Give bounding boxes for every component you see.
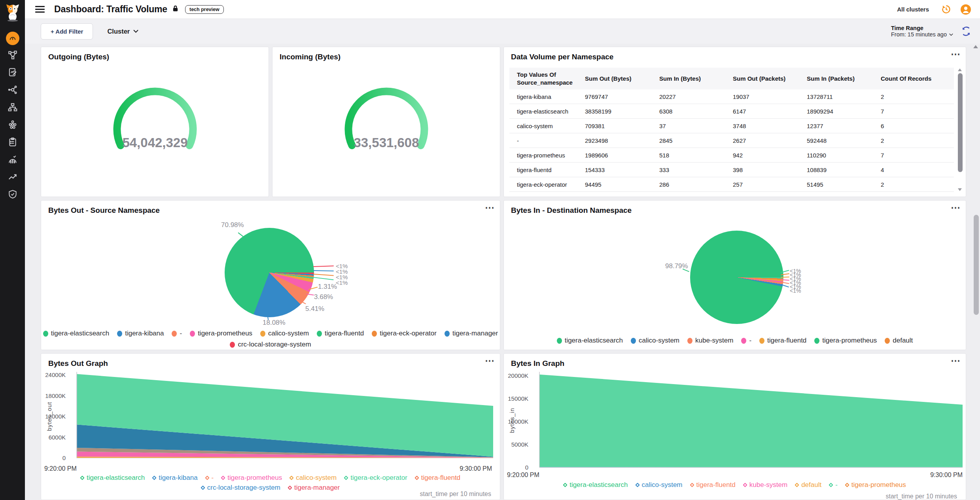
legend-item[interactable]: tigera-fluentd <box>759 337 806 345</box>
legend-item[interactable]: - <box>741 337 751 345</box>
table-row: tigera-eck-operator94495286257514952 <box>509 177 954 192</box>
legend-marker-icon <box>289 475 294 480</box>
legend-item[interactable]: tigera-eck-operator <box>344 474 407 482</box>
legend-item[interactable]: kube-system <box>687 337 733 345</box>
column-header[interactable]: Top Values Of Source_namespace <box>517 71 585 86</box>
legend-item[interactable]: calico-system <box>636 481 683 489</box>
legend-item[interactable]: - <box>206 474 214 482</box>
table-scroll-down-arrow[interactable] <box>958 188 962 191</box>
topology-icon <box>8 50 18 62</box>
column-header[interactable]: Sum In (Bytes) <box>659 75 733 83</box>
sidebar-item-threat-defense[interactable] <box>4 186 21 204</box>
legend-item[interactable]: tigera-elasticsearch <box>81 474 145 482</box>
legend-item[interactable]: tigera-elasticsearch <box>564 481 628 489</box>
bytes-out-pie-chart[interactable] <box>225 228 314 317</box>
sidebar-item-dashboards[interactable] <box>4 152 21 169</box>
legend-label: tigera-manager <box>452 330 498 337</box>
table-cell: tigera-prometheus <box>517 152 585 159</box>
legend-item[interactable]: calico-system <box>260 330 309 337</box>
legend-item[interactable]: kube-system <box>744 481 787 489</box>
sidebar-item-topology[interactable] <box>4 47 21 64</box>
legend-item[interactable]: - <box>829 481 838 489</box>
sidebar-item-timeline[interactable] <box>4 169 21 186</box>
x-axis-tick: 9:20:00 PM <box>44 465 77 472</box>
table-cell: 27007 <box>585 196 659 197</box>
table-cell: 6147 <box>733 108 807 115</box>
table-cell: 44 <box>659 196 733 197</box>
legend-marker-icon <box>117 331 122 337</box>
legend-item[interactable]: calico-system <box>290 474 337 482</box>
legend-item[interactable]: default <box>885 337 913 345</box>
table-cell: tigera-eck-operator <box>517 181 585 188</box>
legend-item[interactable]: tigera-prometheus <box>190 330 252 337</box>
panel-menu-icon[interactable]: ⋯ <box>485 355 495 366</box>
page-scroll-up-arrow[interactable] <box>973 45 978 48</box>
legend-item[interactable]: tigera-elasticsearch <box>43 330 109 337</box>
cluster-filter-dropdown[interactable]: Cluster <box>107 28 138 35</box>
legend-item[interactable]: tigera-fluentd <box>317 330 364 337</box>
legend-item[interactable]: crc-local-storage-system <box>201 484 280 492</box>
legend-marker-icon <box>43 331 48 337</box>
area-series <box>539 375 963 467</box>
legend-item[interactable]: tigera-fluentd <box>415 474 460 482</box>
legend-item[interactable]: tigera-fluentd <box>691 481 736 489</box>
panel-data-volume-table: Data Volume per Namespace ⋯ Top Values O… <box>503 47 966 197</box>
column-header[interactable]: Count Of Records <box>881 75 954 83</box>
node-graph-icon <box>8 85 18 97</box>
legend-item[interactable]: tigera-prometheus <box>221 474 282 482</box>
sidebar-item-clusters[interactable] <box>4 117 21 134</box>
legend-marker-icon <box>741 338 746 344</box>
refresh-icon[interactable] <box>961 26 971 36</box>
column-header[interactable]: Sum In (Packets) <box>807 75 881 83</box>
cat-logo[interactable] <box>4 4 21 23</box>
panel-menu-icon[interactable]: ⋯ <box>951 49 961 60</box>
sidebar-item-policies[interactable] <box>4 64 21 82</box>
legend-marker-icon <box>372 331 377 337</box>
table-cell: 110290 <box>807 152 881 159</box>
panel-menu-icon[interactable]: ⋯ <box>951 355 961 366</box>
table-cell: 518 <box>659 152 733 159</box>
legend-label: - <box>212 474 214 482</box>
panel-menu-icon[interactable]: ⋯ <box>951 202 961 213</box>
time-range-value[interactable]: From: 15 minutes ago <box>891 31 953 38</box>
sidebar-item-service-graph[interactable] <box>4 82 21 99</box>
column-header[interactable]: Sum Out (Bytes) <box>585 75 659 83</box>
bytes-in-pie-chart[interactable] <box>690 231 783 324</box>
bytes-out-area-chart[interactable] <box>50 370 494 464</box>
sidebar-item-compliance[interactable] <box>4 134 21 152</box>
legend-item[interactable]: tigera-eck-operator <box>372 330 437 337</box>
table-scroll-up-arrow[interactable] <box>958 68 962 71</box>
table-cell: 20227 <box>659 93 733 100</box>
legend-item[interactable]: tigera-kibana <box>117 330 164 337</box>
cluster-selector[interactable]: All clusters <box>897 6 929 13</box>
legend-item[interactable]: default <box>795 481 821 489</box>
legend-marker-icon <box>631 338 636 344</box>
bytes-in-area-chart[interactable] <box>513 370 963 470</box>
column-header[interactable]: Sum Out (Packets) <box>733 75 807 83</box>
legend-item[interactable]: tigera-kibana <box>153 474 197 482</box>
legend-label: tigera-elasticsearch <box>51 330 109 337</box>
legend-item[interactable]: tigera-prometheus <box>814 337 877 345</box>
table-header: Top Values Of Source_namespace Sum Out (… <box>509 68 954 89</box>
legend-item[interactable]: tigera-manager <box>288 484 340 492</box>
legend-item[interactable]: - <box>172 330 182 337</box>
legend-item[interactable]: tigera-manager <box>445 330 498 337</box>
legend-item[interactable]: tigera-prometheus <box>846 481 906 489</box>
legend-label: tigera-prometheus <box>822 337 877 345</box>
pie-label: 1.31% <box>318 283 337 291</box>
table-row: tigera-prometheus19896065189421102907 <box>509 148 954 163</box>
hamburger-menu-icon[interactable] <box>35 6 45 13</box>
sidebar-item-flow-visualization[interactable] <box>4 99 21 117</box>
sidebar-item-dashboard[interactable] <box>4 30 21 47</box>
table-scrollbar[interactable] <box>958 73 963 172</box>
user-avatar-icon[interactable] <box>960 4 971 15</box>
panel-menu-icon[interactable]: ⋯ <box>485 202 495 213</box>
table-row: tigera-manager2700744150101542 <box>509 192 954 197</box>
x-axis-tick: 9:30:00 PM <box>930 472 963 479</box>
legend-item[interactable]: tigera-elasticsearch <box>557 337 623 345</box>
legend-item[interactable]: crc-local-storage-system <box>230 341 311 348</box>
page-scrollbar[interactable] <box>974 215 979 315</box>
add-filter-button[interactable]: + Add Filter <box>41 23 93 40</box>
history-icon[interactable] <box>941 4 952 15</box>
legend-item[interactable]: calico-system <box>631 337 679 345</box>
